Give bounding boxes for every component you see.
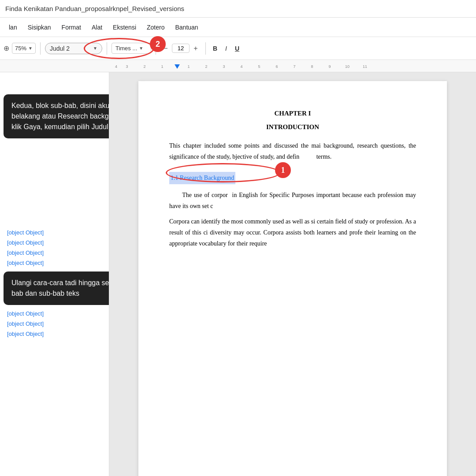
tooltip-1-text: Kedua, blok sub-bab, disini aku blok lat… <box>11 102 109 130</box>
tooltip-2: Ulangi cara-cara tadi hingga seluruh bag… <box>4 271 109 305</box>
style-dropdown[interactable]: Judul 2 ▼ <box>45 43 102 54</box>
zoom-dropdown[interactable]: 75% ▼ <box>12 43 36 54</box>
style-value: Judul 2 <box>50 45 70 52</box>
sidebar-item-litera[interactable]: [object Object] <box>0 329 109 339</box>
zoom-icon: ⊕ <box>4 44 9 52</box>
badge-2-annotation: 2 <box>150 36 166 52</box>
tooltip-2-text: Ulangi cara-cara tadi hingga seluruh bag… <box>11 279 109 297</box>
tooltip-1: Kedua, blok sub-bab, disini aku blok lat… <box>4 94 109 138</box>
doc-subheading-research-bg: 1.1 Research Background <box>169 172 235 184</box>
menu-bar: lan Sisipkan Format Alat Ekstensi Zotero… <box>0 18 476 37</box>
font-size-area: − + <box>160 44 201 53</box>
toolbar-separator-1 <box>40 42 41 55</box>
underline-button[interactable]: U <box>232 44 242 53</box>
toolbar-separator-4 <box>205 42 206 55</box>
intro-title: INTRODUCTION <box>169 121 416 133</box>
sidebar: Kedua, blok sub-bab, disini aku blok lat… <box>0 72 109 476</box>
sidebar-item-y-terms[interactable]: [object Object] <box>0 319 109 329</box>
font-chevron-icon: ▼ <box>139 46 143 51</box>
toolbar: ⊕ 75% ▼ Judul 2 ▼ 2 Times ... ▼ − + B I … <box>0 37 476 60</box>
subheading-text: 1.1 Research Background <box>171 175 234 181</box>
doc-para-3: Corpora can identify the most commonly u… <box>169 216 416 249</box>
sidebar-item-the-study[interactable]: [object Object] <box>0 258 109 268</box>
font-size-input[interactable] <box>172 44 190 53</box>
menu-bantuan[interactable]: Bantuan <box>171 22 201 33</box>
menu-ekstensi[interactable]: Ekstensi <box>109 22 140 33</box>
font-value: Times ... <box>115 45 137 52</box>
doc-para-2: The use of corpor in English for Specifi… <box>169 190 416 212</box>
menu-format[interactable]: Format <box>58 22 85 33</box>
doc-container[interactable]: CHAPTER I INTRODUCTION This chapter incl… <box>109 72 476 476</box>
ruler-marks: 4 3 2 1 1 2 3 4 5 6 7 8 9 10 11 <box>109 63 374 69</box>
badge-1-annotation: 1 <box>275 162 291 178</box>
zoom-chevron-icon: ▼ <box>28 46 33 51</box>
chapter-title: CHAPTER I <box>169 108 416 119</box>
style-chevron-icon: ▼ <box>93 46 97 51</box>
font-size-increase-button[interactable]: + <box>190 45 201 52</box>
menu-lan[interactable]: lan <box>5 22 21 33</box>
font-dropdown[interactable]: Times ... ▼ <box>112 43 151 54</box>
zoom-value: 75% <box>15 45 26 52</box>
doc-page: CHAPTER I INTRODUCTION This chapter incl… <box>138 81 447 476</box>
sidebar-item-tion[interactable]: [object Object] <box>0 309 109 319</box>
sidebar-item-s[interactable]: [object Object] <box>0 248 109 258</box>
ruler: 4 3 2 1 1 2 3 4 5 6 7 8 9 10 11 <box>0 60 476 72</box>
sidebar-item-io[interactable]: [object Object] <box>0 238 109 248</box>
bold-button[interactable]: B <box>210 44 220 53</box>
italic-button[interactable]: I <box>223 44 230 53</box>
doc-para-1: This chapter included some points and di… <box>169 140 416 162</box>
document-title: Finda Kenikatan Panduan_proposalrknpel_R… <box>5 5 184 12</box>
menu-alat[interactable]: Alat <box>88 22 106 33</box>
main-area: Kedua, blok sub-bab, disini aku blok lat… <box>0 72 476 476</box>
sidebar-item-round[interactable]: [object Object] <box>0 227 109 238</box>
menu-zotero[interactable]: Zotero <box>143 22 168 33</box>
title-bar: Finda Kenikatan Panduan_proposalrknpel_R… <box>0 0 476 18</box>
toolbar-separator-2 <box>107 42 107 55</box>
menu-sisipkan[interactable]: Sisipkan <box>24 22 55 33</box>
